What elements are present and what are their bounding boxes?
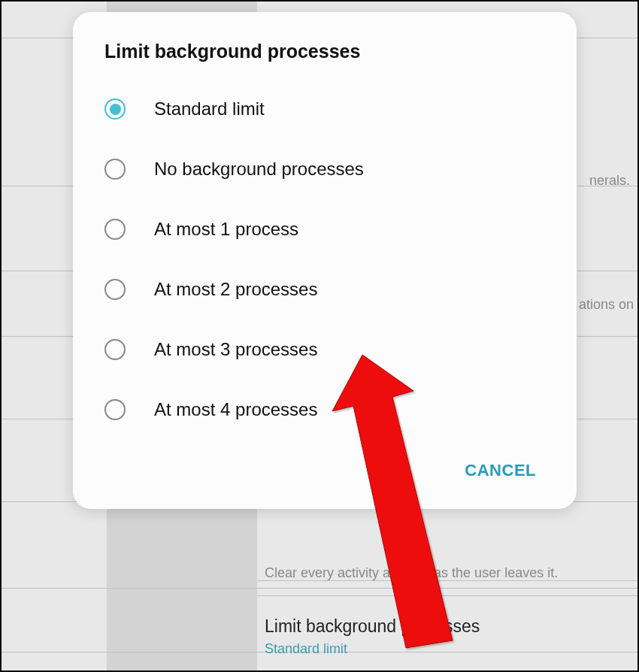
- radio-icon: [104, 279, 126, 300]
- option-at-most-3[interactable]: At most 3 processes: [73, 319, 577, 380]
- option-no-background[interactable]: No background processes: [73, 139, 577, 199]
- option-label: At most 3 processes: [154, 339, 317, 360]
- option-at-most-2[interactable]: At most 2 processes: [73, 259, 577, 319]
- radio-icon: [104, 339, 126, 360]
- bg-limit-title: Limit background processes: [265, 616, 622, 637]
- option-label: At most 1 process: [154, 219, 298, 240]
- bg-item: nerals.: [589, 173, 630, 189]
- bg-activity-desc: Clear every activity as soon as the user…: [265, 565, 622, 581]
- option-label: At most 2 processes: [154, 279, 317, 300]
- option-list: Standard limit No background processes A…: [73, 79, 577, 440]
- radio-icon: [104, 159, 126, 180]
- cancel-button[interactable]: CANCEL: [456, 455, 545, 486]
- option-at-most-4[interactable]: At most 4 processes: [73, 380, 577, 440]
- bg-item: ations on n: [579, 297, 639, 313]
- option-standard-limit[interactable]: Standard limit: [73, 79, 577, 139]
- option-label: At most 4 processes: [154, 399, 317, 420]
- radio-icon: [104, 98, 126, 120]
- limit-processes-dialog: Limit background processes Standard limi…: [73, 12, 577, 509]
- option-label: Standard limit: [154, 98, 265, 120]
- dialog-title: Limit background processes: [73, 41, 577, 79]
- bg-limit-value: Standard limit: [265, 641, 622, 657]
- option-at-most-1[interactable]: At most 1 process: [73, 199, 577, 259]
- radio-icon: [104, 219, 126, 240]
- radio-icon: [104, 399, 126, 420]
- option-label: No background processes: [154, 159, 364, 180]
